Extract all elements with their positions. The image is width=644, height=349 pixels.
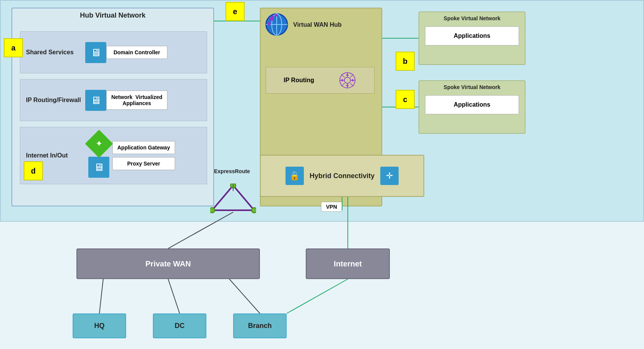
svg-line-14	[341, 74, 345, 78]
svg-point-7	[275, 14, 277, 17]
hq-label: HQ	[94, 322, 105, 330]
internet-inout-icons: ✦ 🖥	[88, 134, 109, 178]
vwan-hub-header: Virtual WAN Hub	[261, 8, 381, 41]
ip-routing-firewall-label: IP Routing/Firewall	[20, 97, 85, 104]
svg-line-17	[350, 83, 354, 86]
proxy-server-box: Proxy Server	[112, 157, 175, 170]
hybrid-move-right-icon: ✛	[380, 167, 399, 185]
vpn-label: VPN	[326, 204, 337, 210]
svg-marker-19	[346, 73, 349, 76]
label-c: c	[396, 90, 415, 109]
expressroute-label: ExpressRoute	[214, 168, 250, 174]
private-wan-label: Private WAN	[146, 260, 191, 268]
domain-controller-box: Domain Controller	[106, 46, 167, 59]
hybrid-connectivity-title: Hybrid Connectivity	[310, 172, 375, 180]
hub-vnet-title: Hub Virtual Network	[12, 8, 213, 23]
branch-box: Branch	[233, 313, 287, 338]
svg-point-9	[344, 77, 350, 83]
svg-point-5	[268, 22, 271, 25]
network-virtualized-appliances-text: Network VirtualizedAppliances	[111, 94, 162, 106]
label-e: e	[225, 2, 245, 21]
application-gateway-box: Application Gateway	[112, 141, 175, 154]
ip-routing-inner-box: IP Routing	[266, 67, 375, 94]
vpn-box: VPN	[321, 202, 342, 212]
label-d: d	[24, 161, 43, 180]
diagram-container: Hub Virtual Network Shared Services 🖥 Do…	[0, 0, 644, 349]
svg-line-33	[229, 279, 260, 313]
shared-services-label: Shared Services	[20, 49, 85, 56]
shared-services-icon: 🖥	[85, 42, 106, 63]
internet-node-box: Internet	[306, 248, 390, 279]
expressroute-triangle	[210, 183, 256, 214]
ip-routing-label: IP Routing	[284, 77, 314, 84]
svg-line-31	[99, 279, 103, 313]
spoke-vnet-2-apps: Applications	[425, 95, 519, 114]
shared-services-row: Shared Services 🖥 Domain Controller	[20, 31, 207, 73]
hybrid-connectivity-box: 🔒 Hybrid Connectivity ✛	[260, 155, 424, 197]
label-b: b	[396, 52, 415, 71]
internet-components: Application Gateway Proxy Server	[112, 141, 175, 170]
private-wan-box: Private WAN	[76, 248, 260, 279]
app-gateway-icon-inner: ✦	[96, 139, 102, 149]
dc-label: DC	[175, 322, 185, 330]
network-virtualized-appliances-box: Network VirtualizedAppliances	[106, 91, 167, 110]
hq-box: HQ	[73, 313, 126, 338]
hybrid-lock-left-icon: 🔒	[286, 167, 304, 185]
svg-line-36	[287, 279, 348, 313]
svg-point-25	[251, 208, 256, 213]
internet-inout-label: Internet In/Out	[20, 152, 85, 159]
app-gateway-icon: ✦	[85, 130, 113, 158]
branch-label: Branch	[248, 322, 272, 330]
ip-routing-icon	[338, 71, 357, 89]
svg-marker-22	[212, 185, 254, 210]
svg-marker-21	[352, 79, 354, 82]
svg-marker-18	[346, 85, 349, 87]
svg-marker-20	[341, 79, 343, 82]
label-a: a	[4, 38, 23, 57]
hub-vnet-box: Hub Virtual Network Shared Services 🖥 Do…	[11, 8, 214, 206]
spoke-vnet-2-title: Spoke Virtual Network	[419, 81, 525, 93]
dc-box: DC	[153, 313, 206, 338]
internet-node-label: Internet	[334, 260, 362, 268]
svg-line-32	[168, 279, 180, 313]
expressroute-triangle-svg	[210, 183, 256, 214]
globe-icon	[264, 12, 289, 37]
spoke-vnet-1-title: Spoke Virtual Network	[419, 12, 525, 24]
svg-point-6	[272, 16, 274, 18]
spoke-vnet-1-apps: Applications	[425, 26, 519, 45]
svg-point-23	[230, 183, 236, 188]
ip-routing-firewall-row: IP Routing/Firewall 🖥 Network Virtualize…	[20, 79, 207, 121]
svg-line-15	[350, 74, 354, 78]
spoke-vnet-1-box: Spoke Virtual Network Applications	[419, 11, 526, 65]
svg-line-16	[341, 83, 345, 86]
vwan-hub-title: Virtual WAN Hub	[293, 21, 342, 28]
proxy-server-icon: 🖥	[88, 157, 109, 178]
ip-routing-firewall-icon: 🖥	[85, 90, 106, 111]
internet-inout-row: Internet In/Out ✦ 🖥 Application Gateway …	[20, 127, 207, 184]
spoke-vnet-2-box: Spoke Virtual Network Applications	[419, 80, 526, 134]
svg-point-24	[210, 208, 215, 213]
